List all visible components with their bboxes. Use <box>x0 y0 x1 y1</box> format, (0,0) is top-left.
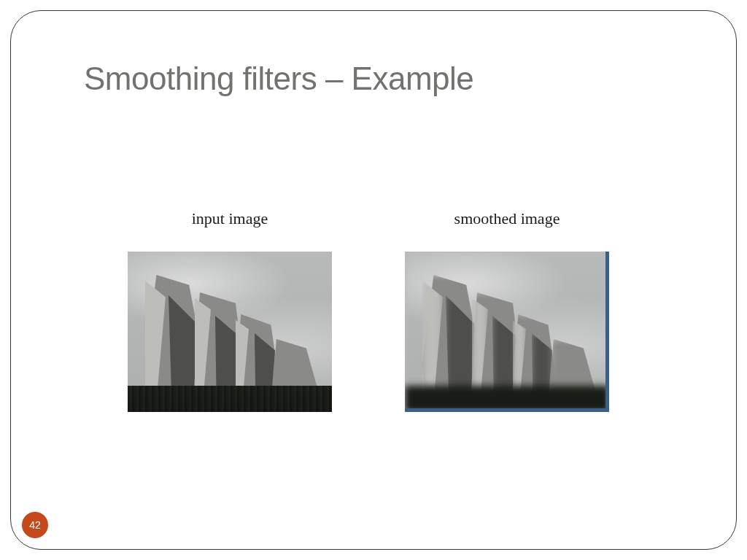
image-smoothed <box>405 252 609 412</box>
image-input <box>128 252 332 412</box>
slide-title: Smoothing filters – Example <box>84 61 473 97</box>
figure-input: input image <box>128 209 332 412</box>
page-number-badge: 42 <box>22 512 48 538</box>
figure-row: input image smoothed image <box>128 209 609 412</box>
slide-frame: Smoothing filters – Example input image … <box>10 10 737 550</box>
caption-smoothed: smoothed image <box>454 209 560 228</box>
caption-input: input image <box>192 209 268 228</box>
figure-smoothed: smoothed image <box>405 209 609 412</box>
